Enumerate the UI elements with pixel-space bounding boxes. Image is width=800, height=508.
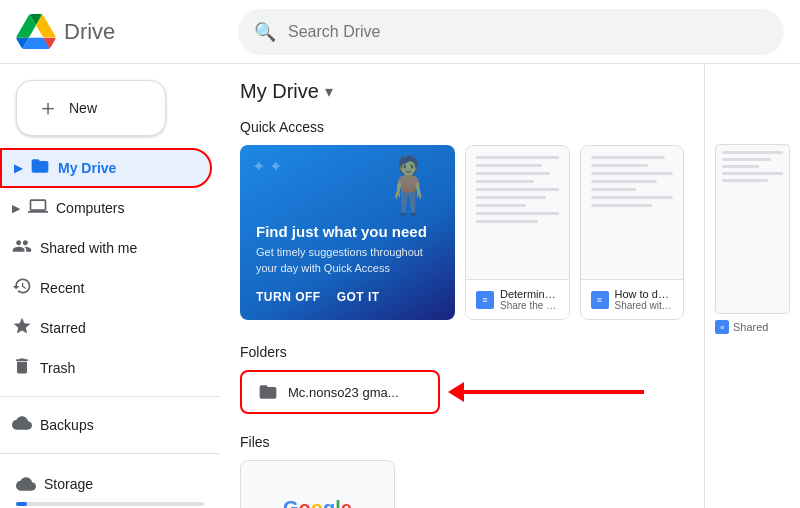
quick-card-2-preview: [581, 146, 684, 279]
shared-panel: ≡ Shared: [704, 64, 800, 508]
computer-icon: [28, 196, 48, 221]
body: ＋ New ▶ My Drive ▶ Computers Shared with…: [0, 64, 800, 508]
sidebar-item-my-drive[interactable]: ▶ My Drive: [0, 148, 212, 188]
sidebar-item-recent[interactable]: Recent: [0, 268, 212, 308]
storage-bar-bg: [16, 502, 204, 506]
quick-card-2[interactable]: ≡ How to do... Shared with y...: [580, 145, 685, 320]
sidebar-item-shared[interactable]: Shared with me: [0, 228, 212, 268]
storage-bar-fill: [16, 502, 27, 506]
page-title-row: My Drive ▾: [240, 80, 684, 103]
google-logo-text: Google: [283, 497, 352, 508]
quick-card-1-shared: Share the work by Nicholas Archer...: [500, 300, 559, 311]
folders-title: Folders: [240, 344, 684, 360]
page-title: My Drive: [240, 80, 319, 103]
quick-card-1-footer: ≡ Determine Your call... Share the work …: [466, 279, 569, 319]
drive-logo-icon: [16, 14, 56, 49]
sidebar-item-computers[interactable]: ▶ Computers: [0, 188, 212, 228]
quick-access-section: Quick Access 🧍 ✦ ✦ Find just what you ne…: [240, 119, 684, 320]
page-title-dropdown-icon[interactable]: ▾: [325, 82, 333, 101]
promo-person-figure: 🧍: [374, 153, 443, 218]
folder-item-icon: [258, 382, 278, 402]
promo-got-it-button[interactable]: GOT IT: [337, 290, 380, 304]
shared-panel-preview: [715, 144, 790, 314]
folders-row: Mc.nonso23 gma...: [240, 370, 684, 414]
files-grid: Google ≡ Google file: [240, 460, 684, 508]
red-arrow-line: [464, 390, 644, 394]
backups-icon: [12, 413, 32, 438]
quick-card-1-name: Determine Your call...: [500, 288, 559, 300]
promo-title: Find just what you need: [256, 222, 439, 242]
doc-icon-1: ≡: [476, 291, 494, 309]
new-plus-icon: ＋: [37, 93, 59, 123]
search-icon: 🔍: [254, 21, 276, 43]
doc-icon-2: ≡: [591, 291, 609, 309]
promo-turn-off-button[interactable]: TURN OFF: [256, 290, 321, 304]
new-button-label: New: [69, 100, 97, 116]
quick-access-title: Quick Access: [240, 119, 684, 135]
storage-icon: [16, 474, 36, 494]
storage-label: Storage: [44, 476, 93, 492]
sidebar-item-label-shared: Shared with me: [40, 240, 137, 256]
trash-icon: [12, 356, 32, 381]
storage-section: Storage 905.8 MB of 15 GB used UPGRADE S…: [0, 462, 220, 508]
sidebar-item-label-computers: Computers: [56, 200, 124, 216]
shared-panel-doc-icon: ≡: [715, 320, 729, 334]
sidebar-divider: [0, 396, 220, 397]
sidebar-item-trash[interactable]: Trash: [0, 348, 212, 388]
sidebar-item-label-my-drive: My Drive: [58, 160, 116, 176]
sidebar-item-label-backups: Backups: [40, 417, 94, 433]
recent-icon: [12, 276, 32, 301]
search-bar[interactable]: 🔍: [238, 9, 784, 55]
header: Drive 🔍: [0, 0, 800, 64]
quick-card-2-name: How to do...: [615, 288, 674, 300]
logo-text: Drive: [64, 19, 115, 45]
quick-card-2-shared: Shared with y...: [615, 300, 674, 311]
sidebar: ＋ New ▶ My Drive ▶ Computers Shared with…: [0, 64, 220, 508]
sidebar-item-label-recent: Recent: [40, 280, 84, 296]
sidebar-item-label-starred: Starred: [40, 320, 86, 336]
quick-access-grid: 🧍 ✦ ✦ Find just what you need Get timely…: [240, 145, 684, 320]
chevron-computers-icon: ▶: [12, 202, 20, 215]
files-title: Files: [240, 434, 684, 450]
folder-drive-icon: [30, 156, 50, 181]
starred-icon: [12, 316, 32, 341]
promo-subtitle: Get timely suggestions throughout your d…: [256, 245, 439, 276]
file-card-1-preview: Google: [241, 461, 394, 508]
sidebar-divider-2: [0, 453, 220, 454]
folder-item[interactable]: Mc.nonso23 gma...: [240, 370, 440, 414]
folders-section: Folders Mc.nonso23 gma...: [240, 344, 684, 414]
sidebar-item-starred[interactable]: Starred: [0, 308, 212, 348]
red-arrow-annotation: [448, 382, 644, 402]
red-arrow-head-left: [448, 382, 464, 402]
quick-card-1[interactable]: ≡ Determine Your call... Share the work …: [465, 145, 570, 320]
files-section: Files Google ≡ Google file: [240, 434, 684, 508]
sidebar-item-backups[interactable]: Backups: [0, 405, 212, 445]
logo-area: Drive: [16, 14, 226, 49]
file-card-1[interactable]: Google ≡ Google file: [240, 460, 395, 508]
shared-panel-doc-row: ≡ Shared: [715, 320, 790, 334]
new-button[interactable]: ＋ New: [16, 80, 166, 136]
quick-card-1-preview: [466, 146, 569, 279]
shared-panel-label: Shared: [733, 321, 790, 333]
shared-icon: [12, 236, 32, 261]
sidebar-item-label-trash: Trash: [40, 360, 75, 376]
promo-buttons-row: TURN OFF GOT IT: [256, 290, 439, 304]
main-content: My Drive ▾ Quick Access 🧍 ✦ ✦ Find just …: [220, 64, 704, 508]
promo-dots: ✦ ✦: [252, 157, 282, 176]
folder-item-name: Mc.nonso23 gma...: [288, 385, 399, 400]
quick-access-promo-card: 🧍 ✦ ✦ Find just what you need Get timely…: [240, 145, 455, 320]
quick-card-2-footer: ≡ How to do... Shared with y...: [581, 279, 684, 319]
storage-icon-row: Storage: [16, 474, 204, 494]
chevron-icon: ▶: [14, 162, 22, 175]
search-input[interactable]: [288, 23, 768, 41]
